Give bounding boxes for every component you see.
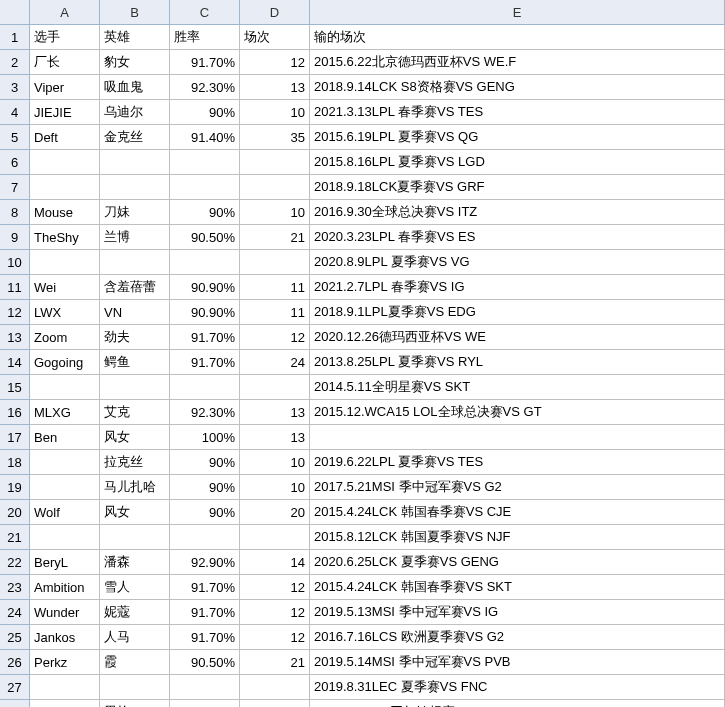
cell-e[interactable]: 2015.4.24LCK 韩国春季赛VS SKT [310, 575, 725, 600]
cell-d[interactable]: 24 [240, 350, 310, 375]
row-header[interactable]: 4 [0, 100, 30, 125]
cell-c[interactable] [170, 375, 240, 400]
cell-b[interactable]: 鳄鱼 [100, 350, 170, 375]
cell-b[interactable]: 霞 [100, 650, 170, 675]
row-header[interactable]: 11 [0, 275, 30, 300]
cell-e[interactable]: 2017.5.21MSI 季中冠军赛VS G2 [310, 475, 725, 500]
cell-e[interactable]: 2013.8.25LPL 夏季赛VS RYL [310, 350, 725, 375]
cell-a[interactable]: MLXG [30, 400, 100, 425]
cell-d[interactable]: 21 [240, 225, 310, 250]
cell-e[interactable]: 2020.8.9LPL 夏季赛VS VG [310, 250, 725, 275]
row-header[interactable]: 8 [0, 200, 30, 225]
row-header[interactable]: 14 [0, 350, 30, 375]
cell-e[interactable]: 2016.9.30全球总决赛VS ITZ [310, 200, 725, 225]
cell-c[interactable]: 91.40% [170, 125, 240, 150]
col-header-c[interactable]: C [170, 0, 240, 25]
row-header[interactable]: 1 [0, 25, 30, 50]
cell-b[interactable]: 妮蔻 [100, 600, 170, 625]
cell-d[interactable]: 10 [240, 475, 310, 500]
cell-d[interactable]: 11 [240, 300, 310, 325]
row-header[interactable]: 18 [0, 450, 30, 475]
cell-c[interactable] [170, 675, 240, 700]
cell-b[interactable] [100, 525, 170, 550]
cell-e[interactable]: 2015.12.WCA15 LOL全球总决赛VS GT [310, 400, 725, 425]
row-header[interactable]: 25 [0, 625, 30, 650]
row-header[interactable]: 3 [0, 75, 30, 100]
cell-d[interactable]: 35 [240, 125, 310, 150]
cell-e[interactable]: 2020.6.25LCK 夏季赛VS GENG [310, 550, 725, 575]
cell-c[interactable] [170, 150, 240, 175]
cell-d[interactable]: 14 [240, 550, 310, 575]
cell-b[interactable]: 含羞蓓蕾 [100, 275, 170, 300]
row-header[interactable]: 28 [0, 700, 30, 707]
row-header[interactable]: 15 [0, 375, 30, 400]
row-header[interactable]: 13 [0, 325, 30, 350]
spreadsheet-grid[interactable]: A B C D E 1选手英雄胜率场次输的场次2厂长豹女91.70%122015… [0, 0, 725, 707]
row-header[interactable]: 22 [0, 550, 30, 575]
row-header[interactable]: 6 [0, 150, 30, 175]
cell-e[interactable]: 2019.8.31LEC 夏季赛VS FNC [310, 675, 725, 700]
corner-cell[interactable] [0, 0, 30, 25]
cell-a[interactable] [30, 175, 100, 200]
cell-d[interactable]: 12 [240, 50, 310, 75]
cell-c[interactable]: 91.70% [170, 325, 240, 350]
cell-a[interactable] [30, 250, 100, 275]
cell-c[interactable]: 91.70% [170, 350, 240, 375]
cell-c[interactable]: 91.70% [170, 625, 240, 650]
cell-a[interactable]: Zven [30, 700, 100, 707]
cell-b[interactable]: 黑枪 [100, 700, 170, 707]
cell-e[interactable]: 2019.5.14MSI 季中冠军赛VS PVB [310, 650, 725, 675]
cell-d[interactable]: 20 [240, 500, 310, 525]
cell-a[interactable]: Zoom [30, 325, 100, 350]
cell-c[interactable]: 90% [170, 475, 240, 500]
cell-e[interactable]: 2021.2.7LPL 春季赛VS IG [310, 275, 725, 300]
row-header[interactable]: 24 [0, 600, 30, 625]
cell-a[interactable]: Ben [30, 425, 100, 450]
cell-a[interactable]: 厂长 [30, 50, 100, 75]
cell-a[interactable]: Jankos [30, 625, 100, 650]
cell-b[interactable]: 雪人 [100, 575, 170, 600]
cell-b[interactable]: 兰博 [100, 225, 170, 250]
cell-b[interactable]: 英雄 [100, 25, 170, 50]
cell-b[interactable] [100, 675, 170, 700]
cell-c[interactable]: 91.70% [170, 600, 240, 625]
cell-a[interactable] [30, 375, 100, 400]
cell-c[interactable]: 90% [170, 500, 240, 525]
cell-b[interactable] [100, 175, 170, 200]
cell-a[interactable]: JIEJIE [30, 100, 100, 125]
cell-c[interactable]: 92.30% [170, 400, 240, 425]
cell-d[interactable]: 10 [240, 100, 310, 125]
row-header[interactable]: 17 [0, 425, 30, 450]
cell-a[interactable] [30, 525, 100, 550]
cell-a[interactable]: Viper [30, 75, 100, 100]
cell-e[interactable]: 2019.5.13MSI 季中冠军赛VS IG [310, 600, 725, 625]
cell-d[interactable] [240, 525, 310, 550]
cell-d[interactable]: 11 [240, 275, 310, 300]
cell-c[interactable]: 胜率 [170, 25, 240, 50]
cell-d[interactable]: 21 [240, 650, 310, 675]
cell-d[interactable] [240, 675, 310, 700]
cell-b[interactable]: 拉克丝 [100, 450, 170, 475]
cell-b[interactable]: 刀妹 [100, 200, 170, 225]
cell-d[interactable] [240, 175, 310, 200]
row-header[interactable]: 21 [0, 525, 30, 550]
row-header[interactable]: 10 [0, 250, 30, 275]
row-header[interactable]: 19 [0, 475, 30, 500]
cell-d[interactable]: 12 [240, 325, 310, 350]
cell-d[interactable]: 13 [240, 400, 310, 425]
cell-c[interactable] [170, 175, 240, 200]
cell-e[interactable]: 2015.6.19LPL 夏季赛VS QG [310, 125, 725, 150]
cell-b[interactable]: 潘森 [100, 550, 170, 575]
cell-d[interactable]: 10 [240, 700, 310, 707]
cell-e[interactable] [310, 425, 725, 450]
cell-c[interactable] [170, 525, 240, 550]
cell-b[interactable]: 人马 [100, 625, 170, 650]
cell-a[interactable] [30, 150, 100, 175]
cell-b[interactable]: 艾克 [100, 400, 170, 425]
cell-c[interactable] [170, 250, 240, 275]
cell-c[interactable]: 90% [170, 450, 240, 475]
cell-e[interactable]: 2015.8.16LPL 夏季赛VS LGD [310, 150, 725, 175]
cell-d[interactable]: 13 [240, 425, 310, 450]
cell-a[interactable]: BeryL [30, 550, 100, 575]
cell-b[interactable] [100, 375, 170, 400]
